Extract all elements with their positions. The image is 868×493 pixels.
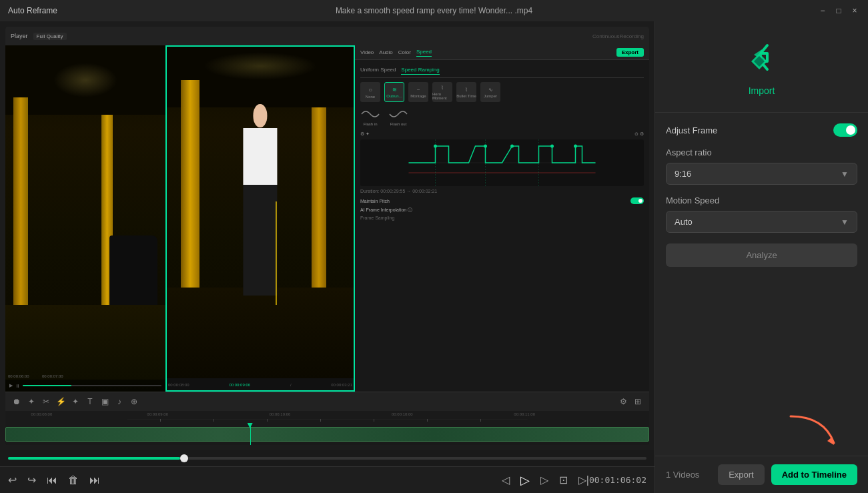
- player-video-bg: ▶ ⏸ 00:00:06:00 00:00:07:00: [5, 45, 165, 392]
- ai-frame-label: AI Frame Interpolation ⓘ: [360, 207, 412, 213]
- sf-floor: [165, 288, 355, 392]
- export-button[interactable]: Export: [718, 464, 765, 485]
- inner-export-btn[interactable]: Export: [616, 48, 644, 57]
- preset-bullet-icon: ⌇: [465, 87, 468, 93]
- preset-jumper[interactable]: ∿ Jumper: [480, 82, 500, 102]
- razor-icon[interactable]: ⚡: [55, 396, 67, 408]
- redo-button[interactable]: ↪: [27, 474, 36, 486]
- adjust-frame-row: Adjust Frame: [666, 123, 857, 137]
- ceiling-light: [53, 63, 117, 97]
- cut-icon[interactable]: ✂: [40, 396, 52, 408]
- inner-progress: [23, 385, 161, 386]
- close-button[interactable]: ×: [849, 5, 860, 16]
- main-layout: Player Full Quality ContinuousRecording: [0, 21, 868, 493]
- jacket: [243, 128, 277, 185]
- delete-button[interactable]: 🗑: [68, 474, 79, 486]
- skip-forward-button[interactable]: ⏭: [89, 474, 100, 486]
- right-panel: Import Adjust Frame Aspect ratio 9:16 ▼ …: [655, 21, 868, 493]
- media-icon[interactable]: ▣: [99, 396, 111, 408]
- selected-frame-bg: [165, 45, 355, 392]
- tick-marks-svg: [5, 419, 649, 422]
- aspect-ratio-arrow: ▼: [841, 169, 849, 179]
- prev-frame-button[interactable]: ◁: [502, 474, 510, 486]
- motion-speed-value: Auto: [675, 217, 693, 227]
- preset-bullet[interactable]: ⌇ Bullet Time: [456, 82, 476, 102]
- maintain-pitch-toggle[interactable]: [630, 197, 644, 204]
- flash-presets: Flash in Flash out: [360, 107, 644, 126]
- preset-outrun[interactable]: ≋ Outrun...: [384, 82, 404, 102]
- preset-hero[interactable]: ⌇ Hero Moment: [432, 82, 452, 102]
- aspect-ratio-group: Aspect ratio 9:16 ▼: [666, 147, 857, 185]
- bottom-controls: ↩ ↪ ⏮ 🗑 ⏭ ◁ ▷ ▷ ⊡ ▷| 00:01:06:02: [0, 466, 655, 493]
- tm-4: 00:00:10:00: [392, 412, 413, 416]
- graph-controls: ⊙ ⚙: [634, 131, 644, 137]
- flash-in-icon: [360, 107, 380, 121]
- settings-icon[interactable]: ⚙: [617, 396, 629, 408]
- text-icon[interactable]: T: [84, 396, 96, 408]
- tm-5: 00:00:11:00: [514, 412, 535, 416]
- adjust-frame-toggle[interactable]: [833, 123, 857, 137]
- editor-screenshot: Player Full Quality ContinuousRecording: [0, 21, 655, 450]
- app-title: Auto Reframe: [8, 6, 57, 15]
- time-display: 00:01:06:02: [589, 475, 646, 485]
- flash-out[interactable]: Flash out: [388, 107, 408, 126]
- tm-2: 00:00:09:00: [147, 412, 168, 416]
- settings-section: Adjust Frame Aspect ratio 9:16 ▼ Motion …: [655, 113, 868, 413]
- aspect-ratio-dropdown[interactable]: 9:16 ▼: [666, 163, 857, 185]
- speed-ramping-tab[interactable]: Speed Ramping: [401, 65, 439, 75]
- play-button[interactable]: ▷: [520, 473, 530, 488]
- audio-icon[interactable]: ♪: [113, 396, 125, 408]
- videos-count: 1 Videos: [666, 470, 699, 480]
- continuous-recording: ContinuousRecording: [592, 33, 644, 39]
- pants: [243, 185, 277, 296]
- flash-out-label: Flash out: [390, 122, 407, 126]
- svg-point-5: [550, 145, 554, 148]
- minimize-button[interactable]: −: [817, 5, 828, 16]
- inner-time2: ⏸: [15, 384, 20, 388]
- time-mid: 00:00:07:00: [42, 374, 63, 378]
- file-title: Make a smooth speed ramp every time! Won…: [336, 6, 532, 15]
- player-pane: ▶ ⏸ 00:00:06:00 00:00:07:00: [5, 45, 165, 392]
- import-label[interactable]: Import: [749, 85, 775, 96]
- record-icon[interactable]: ⏺: [11, 396, 23, 408]
- inner-progress-fill: [23, 385, 71, 386]
- window-controls: − □ ×: [817, 5, 860, 16]
- selected-frame-container: 00:00:08:00 00:00:09:06 / 00:00:03:21: [165, 45, 355, 392]
- uniform-speed-tab[interactable]: Uniform Speed: [360, 65, 396, 75]
- loop-section-button[interactable]: ▷|: [578, 474, 589, 486]
- progress-thumb[interactable]: [180, 454, 188, 462]
- snap-icon[interactable]: ✦: [25, 396, 37, 408]
- loop-button[interactable]: ⊡: [559, 474, 568, 486]
- preset-none[interactable]: ○ None: [360, 82, 380, 102]
- preset-none-label: None: [366, 95, 375, 99]
- speed-panel: Video Audio Color Speed Export Uniform S…: [355, 45, 649, 392]
- video-clip[interactable]: [5, 427, 649, 442]
- flash-in[interactable]: Flash in: [360, 107, 380, 126]
- plus-icon[interactable]: ⊕: [128, 396, 140, 408]
- sf-person: [243, 104, 277, 294]
- preset-montage[interactable]: ~ Montage: [408, 82, 428, 102]
- progress-bar-container: [0, 450, 655, 466]
- preset-jumper-label: Jumper: [484, 94, 497, 98]
- analyze-button[interactable]: Analyze: [666, 243, 857, 267]
- tab-audio[interactable]: Audio: [379, 49, 392, 55]
- skip-back-button[interactable]: ⏮: [47, 474, 57, 486]
- grid-icon[interactable]: ⊞: [632, 396, 644, 408]
- tab-video[interactable]: Video: [360, 49, 374, 55]
- add-timeline-button[interactable]: Add to Timeline: [771, 464, 857, 485]
- progress-track[interactable]: [8, 457, 646, 460]
- tm-3: 00:00:10:00: [270, 412, 291, 416]
- player-label: Player: [11, 33, 28, 39]
- undo-button[interactable]: ↩: [8, 474, 17, 486]
- inner-playback: ▶ ⏸: [5, 380, 165, 392]
- ft-slash: /: [290, 383, 292, 387]
- floor: [5, 305, 165, 392]
- tab-speed[interactable]: Speed: [416, 49, 432, 57]
- tab-color[interactable]: Color: [398, 49, 411, 55]
- speed-graph-area: [360, 139, 644, 186]
- maximize-button[interactable]: □: [833, 5, 844, 16]
- playhead: [250, 423, 251, 445]
- zoom-icon[interactable]: ✦: [69, 396, 81, 408]
- next-frame-button[interactable]: ▷: [540, 474, 548, 486]
- motion-speed-dropdown[interactable]: Auto ▼: [666, 211, 857, 233]
